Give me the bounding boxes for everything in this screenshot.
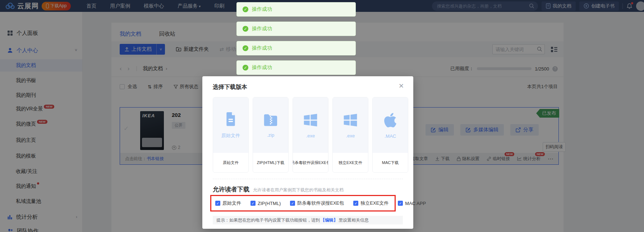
apple-icon bbox=[383, 112, 397, 128]
zip-folder-icon bbox=[263, 113, 279, 127]
download-card-name: 原始文件 bbox=[213, 153, 248, 172]
download-option-cards: 原始文件 原始文件 .zip ZIP(HTML)下载 .exe 防杀毒软件误报E… bbox=[213, 97, 408, 173]
file-type-label: 原始文件 bbox=[221, 132, 240, 139]
reader-download-options-highlight: ✓ 原始文件 ✓ ZIP(HTML) ✓ 防杀毒软件误报EXE包 ✓ 独立EXE… bbox=[210, 195, 396, 211]
download-card-name: 防杀毒软件误报EXE包 bbox=[293, 153, 328, 172]
download-card-name: MAC下载 bbox=[373, 153, 408, 172]
windows-icon bbox=[303, 112, 318, 128]
file-type-label: .exe bbox=[306, 133, 315, 138]
dashed-divider bbox=[213, 179, 403, 179]
checkbox-label: ZIP(HTML) bbox=[258, 201, 281, 206]
checkbox-checked-icon: ✓ bbox=[353, 201, 358, 206]
download-card-name: 独立EXE文件 bbox=[333, 153, 368, 172]
checkbox-label: 防杀毒软件误报EXE包 bbox=[297, 200, 344, 206]
file-icon bbox=[224, 112, 238, 127]
checkbox-checked-icon: ✓ bbox=[250, 201, 256, 206]
checkbox-original-file[interactable]: ✓ 原始文件 bbox=[215, 200, 241, 206]
close-icon[interactable]: ✕ bbox=[399, 82, 404, 90]
checkbox-standalone-exe[interactable]: ✓ 独立EXE文件 bbox=[353, 200, 388, 206]
toast-message: 操作成功 bbox=[252, 26, 272, 32]
success-check-icon: ✓ bbox=[243, 26, 248, 32]
checkbox-label: MAC APP bbox=[405, 201, 426, 206]
download-card-standalone-exe[interactable]: .exe 独立EXE文件 bbox=[332, 97, 368, 173]
toast-success: ✓ 操作成功 bbox=[236, 60, 356, 75]
hint-bar: 提示：如果想在您的电子书内设置下载功能按钮，请到 【编辑】 里设置相关信息 bbox=[213, 216, 403, 224]
toast-message: 操作成功 bbox=[252, 45, 272, 51]
file-type-label: .MAC bbox=[385, 133, 396, 139]
modal-title: 选择下载版本 bbox=[213, 83, 247, 91]
checkbox-mac-app[interactable]: ✓ MAC APP bbox=[398, 201, 426, 206]
hint-prefix: 提示：如果想在您的电子书内设置下载功能按钮，请到 bbox=[216, 217, 320, 223]
success-check-icon: ✓ bbox=[243, 65, 248, 70]
checkbox-label: 原始文件 bbox=[222, 200, 241, 206]
download-card-zip[interactable]: .zip ZIP(HTML)下载 bbox=[253, 97, 289, 173]
checkbox-checked-icon: ✓ bbox=[215, 201, 220, 206]
checkbox-safe-exe[interactable]: ✓ 防杀毒软件误报EXE包 bbox=[290, 200, 344, 206]
download-card-mac[interactable]: .MAC MAC下载 bbox=[372, 97, 408, 173]
checkbox-label: 独立EXE文件 bbox=[360, 200, 388, 206]
file-type-label: .zip bbox=[267, 132, 274, 138]
windows-icon bbox=[342, 112, 358, 128]
success-check-icon: ✓ bbox=[243, 45, 248, 51]
toast-message: 操作成功 bbox=[252, 64, 272, 71]
checkbox-zip-html[interactable]: ✓ ZIP(HTML) bbox=[250, 201, 281, 206]
hint-edit-link[interactable]: 【编辑】 bbox=[321, 217, 338, 223]
reader-download-desc: 允许读者在用户案例页下载您的书籍及相关文档 bbox=[253, 187, 344, 193]
download-card-safe-exe[interactable]: .exe 防杀毒软件误报EXE包 bbox=[293, 97, 328, 173]
checkbox-checked-icon: ✓ bbox=[398, 201, 403, 206]
download-card-name: ZIP(HTML)下载 bbox=[253, 153, 288, 172]
toast-success: ✓ 操作成功 bbox=[236, 41, 356, 55]
checkbox-checked-icon: ✓ bbox=[290, 201, 295, 206]
toast-success: ✓ 操作成功 bbox=[236, 2, 356, 17]
reader-download-title: 允许读者下载 bbox=[213, 185, 249, 194]
download-card-original[interactable]: 原始文件 原始文件 bbox=[213, 97, 249, 173]
file-type-label: .exe bbox=[346, 133, 355, 138]
toast-message: 操作成功 bbox=[252, 6, 272, 13]
toast-success: ✓ 操作成功 bbox=[236, 22, 356, 36]
success-check-icon: ✓ bbox=[243, 6, 248, 12]
download-version-modal: 选择下载版本 ✕ 原始文件 原始文件 .zip ZIP(HTML)下载 bbox=[202, 76, 413, 229]
hint-suffix: 里设置相关信息 bbox=[339, 217, 369, 223]
reader-download-heading: 允许读者下载 允许读者在用户案例页下载您的书籍及相关文档 bbox=[213, 185, 344, 194]
